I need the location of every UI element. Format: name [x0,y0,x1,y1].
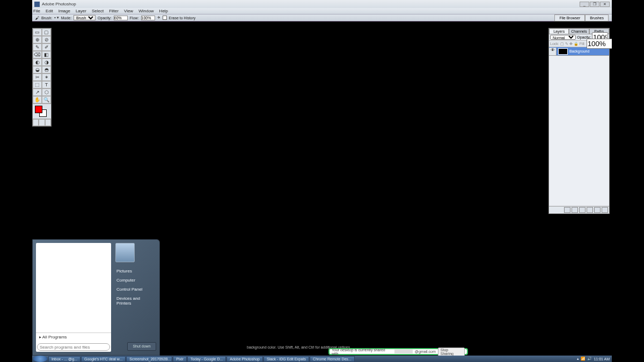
taskbar-item[interactable]: Pixlr [173,356,187,362]
layers-panel: Layers Channels Paths Normal Opacity: Lo… [548,28,610,214]
fill-label: Fill: [580,42,586,46]
dodge-tool-icon[interactable]: ✶ [42,73,51,81]
brush-picker[interactable]: • ▾ [54,16,58,20]
layer-style-icon[interactable] [564,207,570,213]
menu-image[interactable]: Image [58,9,70,13]
tab-layers[interactable]: Layers [549,28,569,34]
menu-help[interactable]: Help [159,9,168,13]
start-item-control-panel[interactable]: Control Panel [115,285,155,294]
airbrush-icon[interactable]: ✈ [157,16,160,20]
opacity-input[interactable] [114,16,128,20]
taskbar-item[interactable]: Slack - IDG Edit Expats [264,356,309,362]
adjustment-icon[interactable] [587,207,593,213]
taskbar-item[interactable]: Screenshot_2017092B... [126,356,172,362]
shutdown-button[interactable]: Shut down [127,342,156,351]
start-button[interactable] [33,356,47,362]
taskbar-item[interactable]: Inbox - ... @g... [48,356,80,362]
tab-file-browser[interactable]: File Browser [554,14,585,21]
all-programs[interactable]: ▸ All Programs [36,333,111,342]
menu-filter[interactable]: Filter [109,9,119,13]
tool-preset-icon[interactable]: 🖌 [35,16,39,20]
foreground-color[interactable] [35,106,42,113]
crd-text: Your desktop is currently shared with [332,348,392,356]
taskbar-item[interactable]: Chrome Remote Des... [310,356,355,362]
stop-sharing-button[interactable]: Stop Sharing [438,348,465,356]
start-search-input[interactable] [37,343,110,351]
taskbar-item[interactable]: Today - Google D... [187,356,226,362]
lock-paint-icon[interactable]: ✎ [565,42,568,46]
crd-email-domain: @gmail.com [415,350,436,353]
start-item-computer[interactable]: Computer [115,276,155,285]
menu-edit[interactable]: Edit [46,9,53,13]
brush-tool-icon[interactable]: ◧ [42,51,51,58]
start-menu: ▸ All Programs Pictures Computer Control… [32,239,160,356]
color-swatch[interactable] [33,104,51,119]
slice-tool-icon[interactable]: ✐ [42,43,51,51]
crop-tool-icon[interactable]: ✎ [33,43,42,51]
tray-network-icon[interactable]: 📶 [581,357,586,361]
hand-tool-icon[interactable]: ✋ [33,96,42,104]
stamp-tool-icon[interactable]: ◐ [33,58,42,66]
taskbar-item[interactable]: Adobe Photoshop [226,356,263,362]
close-button[interactable]: ✕ [600,2,610,7]
marquee-tool-icon[interactable]: ▭ [33,28,42,36]
zoom-tool-icon[interactable]: 🔍 [42,96,51,104]
path-tool-icon[interactable]: ⬚ [33,81,42,88]
menu-window[interactable]: Window [138,9,153,13]
menu-file[interactable]: File [33,9,40,13]
history-brush-icon[interactable]: ◑ [42,58,51,66]
menu-select[interactable]: Select [92,9,104,13]
lock-trans-icon[interactable]: ▢ [560,42,564,46]
flow-input[interactable] [141,16,155,20]
pen-tool-icon[interactable]: ↗ [33,88,42,96]
flow-label: Flow: [130,16,139,20]
menubar: File Edit Image Layer Select Filter View… [32,8,612,14]
user-avatar[interactable] [115,243,135,262]
start-item-pictures[interactable]: Pictures [115,267,155,276]
start-item-devices[interactable]: Devices and Printers [115,294,155,308]
erase-label: Erase to History [169,16,196,20]
quickmask-icon[interactable] [33,119,39,126]
tab-channels[interactable]: Channels [569,28,589,34]
opacity-label: Opacity: [98,16,112,20]
lock-move-icon[interactable]: ✥ [569,42,573,46]
jump-icon[interactable] [45,119,51,126]
new-set-icon[interactable] [579,207,586,213]
visibility-icon[interactable]: 👁 [549,48,557,55]
palette-well: File Browser Brushes [554,14,609,21]
tab-brushes[interactable]: Brushes [585,14,609,21]
app-title: Adobe Photoshop [42,2,580,6]
layer-mask-icon[interactable] [572,207,578,213]
delete-layer-icon[interactable] [602,207,608,213]
menu-view[interactable]: View [124,9,133,13]
layer-thumbnail[interactable] [558,48,568,55]
crd-email-redacted: xxxxx [394,350,413,353]
screenmode-icon[interactable] [39,119,45,126]
eraser-tool-icon[interactable]: ◒ [33,66,42,73]
brush-label: Brush: [41,16,52,20]
taskbar-item[interactable]: Google's HTC deal w... [81,356,126,362]
tray-chevron-icon[interactable]: ▴ [577,357,579,361]
maximize-button[interactable]: ❐ [590,2,599,7]
new-layer-icon[interactable] [594,207,601,213]
chrome-remote-bar: Your desktop is currently shared with xx… [328,348,468,355]
menu-layer[interactable]: Layer [76,9,86,13]
wand-tool-icon[interactable]: ⊘ [42,36,51,43]
lasso-tool-icon[interactable]: ⊕ [33,36,42,43]
tray-volume-icon[interactable]: 🔊 [587,357,592,361]
blur-tool-icon[interactable]: ✂ [33,73,42,81]
move-tool-icon[interactable]: ▢ [42,28,51,36]
gradient-tool-icon[interactable]: ◓ [42,66,51,73]
erase-checkbox[interactable] [163,16,167,20]
mode-select[interactable]: Brush [74,15,96,20]
type-tool-icon[interactable]: T [42,81,51,88]
shape-tool-icon[interactable]: ⬡ [42,88,51,96]
tray-clock[interactable]: 11:01 AM [594,357,610,361]
lock-all-icon[interactable]: 🔒 [574,42,579,46]
minimize-button[interactable]: _ [580,2,589,7]
options-bar: 🖌 Brush: • ▾ Mode: Brush Opacity: Flow: … [32,14,612,21]
lock-label: Lock: [550,42,559,46]
heal-tool-icon[interactable]: ⌫ [33,51,42,58]
start-recent-area [36,243,111,333]
blend-mode-select[interactable]: Normal [550,35,576,40]
